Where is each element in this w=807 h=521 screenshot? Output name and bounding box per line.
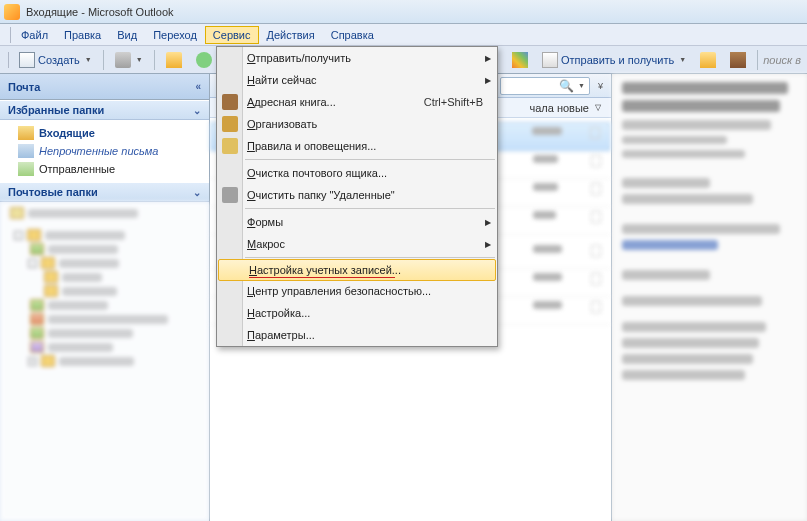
mailfolders-header[interactable]: Почтовые папки ⌄: [0, 182, 209, 202]
menu-item[interactable]: Макрос▶: [217, 233, 497, 255]
window-title: Входящие - Microsoft Outlook: [26, 6, 174, 18]
submenu-arrow-icon: ▶: [485, 76, 491, 85]
menu-item-label: Параметры...: [247, 329, 315, 341]
sidebar-item-label: Непрочтенные письма: [39, 145, 158, 157]
favorites-body: Входящие Непрочтенные письма Отправленны…: [0, 120, 209, 182]
folder-icon: [700, 52, 716, 68]
chevron-down-icon[interactable]: ¥: [598, 81, 603, 91]
menu-item[interactable]: Настройка учетных записей...: [218, 259, 496, 281]
menu-item[interactable]: Очистить папку "Удаленные": [217, 184, 497, 206]
categorize-icon: [512, 52, 528, 68]
menu-item[interactable]: Центр управления безопасностью...: [217, 280, 497, 302]
menu-item[interactable]: Правила и оповещения...: [217, 135, 497, 157]
chevron-down-icon: ▼: [85, 56, 92, 63]
chevron-down-icon: ▽: [595, 103, 601, 112]
sidebar-item-label: Отправленные: [39, 163, 115, 175]
sidebar-item-label: Входящие: [39, 127, 95, 139]
menu-item[interactable]: Организовать: [217, 113, 497, 135]
create-button[interactable]: Создать ▼: [13, 49, 98, 71]
submenu-arrow-icon: ▶: [485, 54, 491, 63]
menu-separator: [245, 257, 495, 258]
service-menu: Отправить/получить▶Найти сейчас▶Адресная…: [216, 46, 498, 347]
preview-pane: [612, 74, 807, 521]
chevron-down-icon: ⌄: [193, 105, 201, 116]
sent-icon: [18, 162, 34, 176]
menu-item-label: Макрос: [247, 238, 285, 250]
sidebar-header: Почта «: [0, 74, 209, 100]
search-label: поиск в: [763, 54, 801, 66]
forward-button[interactable]: [190, 49, 218, 71]
sidebar-title: Почта: [8, 81, 40, 93]
folder-button[interactable]: [160, 49, 188, 71]
addressbook-button[interactable]: [724, 49, 752, 71]
menu-help[interactable]: Справка: [323, 26, 382, 44]
menu-item-label: Правила и оповещения...: [247, 140, 376, 152]
chevron-down-icon: ⌄: [193, 187, 201, 198]
send-receive-label: Отправить и получить: [561, 54, 674, 66]
trash-icon: [222, 187, 238, 203]
menu-service[interactable]: Сервис: [205, 26, 259, 44]
app-icon: [4, 4, 20, 20]
sidebar: Почта « Избранные папки ⌄ Входящие Непро…: [0, 74, 210, 521]
menu-item[interactable]: Найти сейчас▶: [217, 69, 497, 91]
menu-item[interactable]: Адресная книга...Ctrl+Shift+B: [217, 91, 497, 113]
submenu-arrow-icon: ▶: [485, 218, 491, 227]
search-input[interactable]: 🔍 ▼: [500, 77, 590, 95]
sidebar-item-unread[interactable]: Непрочтенные письма: [0, 142, 209, 160]
sidebar-item-sent[interactable]: Отправленные: [0, 160, 209, 178]
menubar: Файл Правка Вид Переход Сервис Действия …: [0, 24, 807, 46]
menu-item-label: Настройка...: [247, 307, 310, 319]
menu-item[interactable]: Очистка почтового ящика...: [217, 162, 497, 184]
favorites-header[interactable]: Избранные папки ⌄: [0, 100, 209, 120]
mailfolders-label: Почтовые папки: [8, 186, 98, 198]
menu-item-label: Отправить/получить: [247, 52, 351, 64]
menu-item-label: Центр управления безопасностью...: [247, 285, 431, 297]
menu-item-label: Настройка учетных записей...: [249, 264, 401, 276]
submenu-arrow-icon: ▶: [485, 240, 491, 249]
menu-actions[interactable]: Действия: [259, 26, 323, 44]
chevron-left-icon[interactable]: «: [195, 81, 201, 92]
folder-tree[interactable]: - - +: [0, 202, 209, 521]
send-receive-icon: [542, 52, 558, 68]
print-button[interactable]: ▼: [109, 49, 149, 71]
categorize-button[interactable]: [506, 49, 534, 71]
menu-item[interactable]: Настройка...: [217, 302, 497, 324]
menu-view[interactable]: Вид: [109, 26, 145, 44]
menu-item[interactable]: Параметры...: [217, 324, 497, 346]
book-icon: [222, 94, 238, 110]
forward-icon: [196, 52, 212, 68]
search-icon: 🔍: [559, 79, 574, 93]
folder2-button[interactable]: [694, 49, 722, 71]
menu-item-label: Формы: [247, 216, 283, 228]
create-label: Создать: [38, 54, 80, 66]
menu-item-label: Адресная книга...: [247, 96, 336, 108]
inbox-icon: [18, 126, 34, 140]
highlight-underline: [249, 277, 395, 278]
menu-separator: [245, 208, 495, 209]
sidebar-item-inbox[interactable]: Входящие: [0, 124, 209, 142]
titlebar: Входящие - Microsoft Outlook: [0, 0, 807, 24]
favorites-label: Избранные папки: [8, 104, 104, 116]
menu-item-label: Найти сейчас: [247, 74, 317, 86]
menu-item-label: Очистить папку "Удаленные": [247, 189, 395, 201]
menu-goto[interactable]: Переход: [145, 26, 205, 44]
mail-icon: [222, 138, 238, 154]
folder-icon: [166, 52, 182, 68]
menu-edit[interactable]: Правка: [56, 26, 109, 44]
menu-item-label: Организовать: [247, 118, 317, 130]
menu-shortcut: Ctrl+Shift+B: [424, 96, 483, 108]
menu-item-label: Очистка почтового ящика...: [247, 167, 387, 179]
menu-item[interactable]: Формы▶: [217, 211, 497, 233]
search-folder-icon: [18, 144, 34, 158]
menu-item[interactable]: Отправить/получить▶: [217, 47, 497, 69]
grid-icon: [222, 116, 238, 132]
send-receive-button[interactable]: Отправить и получить ▼: [536, 49, 692, 71]
menu-file[interactable]: Файл: [13, 26, 56, 44]
book-icon: [730, 52, 746, 68]
menu-separator: [245, 159, 495, 160]
print-icon: [115, 52, 131, 68]
new-icon: [19, 52, 35, 68]
sort-label: чала новые: [529, 102, 589, 114]
